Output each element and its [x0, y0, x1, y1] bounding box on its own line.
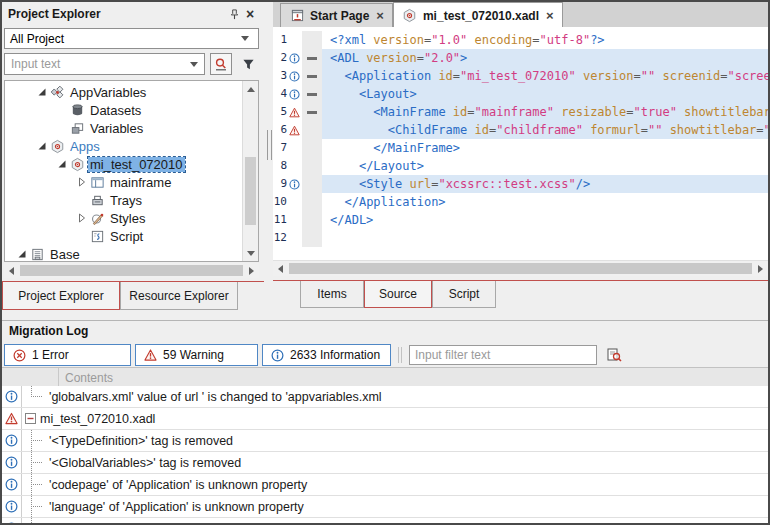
code-editor[interactable]: 1<?xml version="1.0" encoding="utf-8"?>2…: [273, 27, 768, 264]
tree-search-combo[interactable]: [4, 53, 205, 75]
expander-open-icon[interactable]: [35, 139, 49, 153]
explorer-tab-project-explorer[interactable]: Project Explorer: [2, 282, 120, 310]
funnel-icon: [240, 56, 256, 72]
pin-icon[interactable]: [226, 6, 242, 22]
fold-margin[interactable]: [302, 103, 322, 121]
tree-expander-none: [75, 229, 89, 243]
tree-item-mainframe[interactable]: mainframe: [5, 173, 243, 191]
scroll-right-icon[interactable]: [753, 261, 768, 276]
tree-item-mi-test-072010[interactable]: mi_test_072010: [5, 155, 243, 173]
expander-closed-icon[interactable]: [75, 211, 89, 225]
styles-icon: [89, 210, 105, 226]
tree-item-label: AppVariables: [70, 85, 146, 100]
info-marker-icon: [287, 67, 302, 85]
tree-item-label: Trays: [110, 193, 142, 208]
filter-button-error[interactable]: 1 Error: [4, 344, 131, 366]
log-row[interactable]: 'language' of 'Application' is unknown p…: [2, 496, 768, 518]
tab-close-icon[interactable]: ×: [374, 8, 384, 23]
scroll-left-icon[interactable]: [4, 263, 19, 278]
editor-horizontal-scrollbar[interactable]: [273, 260, 768, 276]
tree-connector-icon: [31, 474, 45, 495]
fold-margin: [302, 157, 322, 175]
editor-tab-start-page[interactable]: Start Page×: [280, 3, 393, 27]
log-row[interactable]: 'codepage' of 'Application' is unknown p…: [2, 474, 768, 496]
scrollbar-thumb[interactable]: [289, 263, 752, 274]
tree: AppVariablesDatasetsVariablesAppsmi_test…: [5, 81, 243, 261]
code-line: 5 <MainFrame id="mainframe" resizable="t…: [273, 103, 768, 121]
code-line: 4 <Layout>: [273, 85, 768, 103]
fold-margin[interactable]: [302, 49, 322, 67]
filter-button-warning[interactable]: 59 Warning: [135, 344, 258, 366]
variables-icon: [69, 120, 85, 136]
filter-button-information[interactable]: 2633 Information: [262, 344, 391, 366]
tree-item-label: Base: [50, 247, 80, 262]
log-column-header: Contents: [2, 367, 768, 388]
code-line: 11</ADL>: [273, 211, 768, 229]
fold-margin[interactable]: [302, 67, 322, 85]
tree-item-trays[interactable]: Trays: [5, 191, 243, 209]
line-number: 12: [273, 229, 287, 247]
project-filter-dropdown[interactable]: All Project: [4, 28, 259, 49]
log-row[interactable]: '<TypeDefinition>' tag is removed: [2, 430, 768, 452]
tree-horizontal-scrollbar[interactable]: [4, 263, 259, 278]
tree-item-label: mi_test_072010: [88, 157, 185, 172]
scrollbar-thumb[interactable]: [20, 265, 243, 276]
line-marker-empty: [287, 157, 302, 175]
scroll-down-icon[interactable]: [243, 246, 258, 260]
line-marker-empty: [287, 193, 302, 211]
fold-marker-icon[interactable]: [307, 75, 317, 78]
tree-vertical-scrollbar[interactable]: [242, 81, 258, 261]
panel-splitter[interactable]: [264, 2, 273, 310]
tree-item-base[interactable]: Base: [5, 245, 243, 261]
log-row[interactable]: 'globalvars.xml' value of url ' is chang…: [2, 386, 768, 408]
log-message: 'codepage' of 'Application' is unknown p…: [49, 478, 307, 492]
tree-item-variables[interactable]: Variables: [5, 119, 243, 137]
line-number: 3: [273, 67, 287, 85]
migration-log-panel: Migration Log 1 Error59 Warning2633 Info…: [2, 320, 768, 523]
tree-item-script[interactable]: Script: [5, 227, 243, 245]
view-tab-source[interactable]: Source: [364, 281, 432, 308]
log-row[interactable]: 'mainframeurl' of 'Application' is unkno…: [2, 518, 768, 523]
explorer-tab-resource-explorer[interactable]: Resource Explorer: [120, 282, 238, 310]
log-row[interactable]: mi_test_072010.xadl: [2, 408, 768, 430]
fold-marker-icon[interactable]: [307, 93, 317, 96]
close-icon[interactable]: ×: [242, 6, 258, 22]
expander-open-icon[interactable]: [35, 85, 49, 99]
log-filter-input[interactable]: [409, 345, 597, 365]
fold-margin[interactable]: [302, 85, 322, 103]
tree-connector-icon: [31, 386, 45, 407]
log-row[interactable]: '<GlobalVariables>' tag is removed: [2, 452, 768, 474]
scroll-up-icon[interactable]: [243, 82, 258, 96]
chevron-down-icon: [186, 56, 202, 72]
tree-search-input[interactable]: [9, 56, 186, 72]
view-tab-items[interactable]: Items: [300, 281, 364, 308]
tree-connector-icon: [31, 518, 45, 523]
expander-closed-icon[interactable]: [75, 175, 89, 189]
filter-button[interactable]: [237, 53, 259, 75]
tree-item-styles[interactable]: Styles: [5, 209, 243, 227]
tab-label: mi_test_072010.xadl: [423, 9, 539, 23]
info-marker-icon: [287, 85, 302, 103]
log-search-button[interactable]: [603, 344, 625, 366]
line-marker-empty: [287, 31, 302, 49]
code-lines: 1<?xml version="1.0" encoding="utf-8"?>2…: [273, 31, 768, 247]
scroll-left-icon[interactable]: [273, 261, 288, 276]
search-button[interactable]: [210, 53, 232, 75]
scrollbar-thumb[interactable]: [245, 157, 256, 225]
tree-item-datasets[interactable]: Datasets: [5, 101, 243, 119]
explorer-tabs: Project ExplorerResource Explorer: [2, 281, 264, 310]
fold-marker-icon[interactable]: [307, 57, 317, 60]
tree-expander-none: [55, 103, 69, 117]
tree-item-appvariables[interactable]: AppVariables: [5, 83, 243, 101]
view-tab-script[interactable]: Script: [432, 281, 496, 308]
collapse-toggle-icon[interactable]: [25, 413, 36, 424]
code-line: 8 </Layout>: [273, 157, 768, 175]
scroll-right-icon[interactable]: [244, 263, 259, 278]
code-line: 3 <Application id="mi_test_072010" versi…: [273, 67, 768, 85]
tree-item-apps[interactable]: Apps: [5, 137, 243, 155]
expander-open-icon[interactable]: [15, 247, 29, 261]
tab-close-icon[interactable]: ×: [544, 8, 554, 23]
editor-tab-mi-test-072010-xadl[interactable]: mi_test_072010.xadl×: [393, 2, 563, 28]
fold-marker-icon[interactable]: [307, 111, 317, 114]
expander-open-icon[interactable]: [55, 157, 69, 171]
